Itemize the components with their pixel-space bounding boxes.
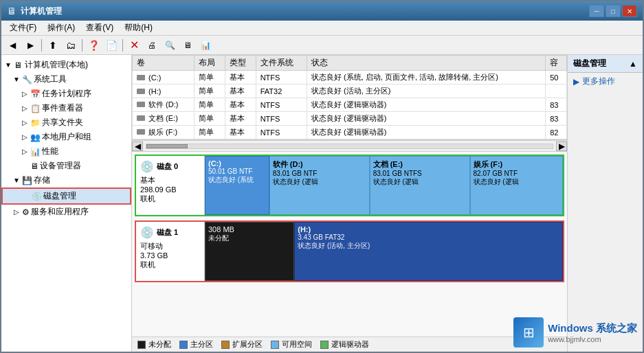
menu-file[interactable]: 文件(F) — [4, 21, 42, 35]
menu-view[interactable]: 查看(V) — [80, 21, 119, 35]
vol-type: 基本 — [225, 71, 256, 84]
vol-layout: 简单 — [194, 126, 225, 139]
vol-status: 状态良好 (活动, 主分区) — [307, 84, 545, 98]
partition-c[interactable]: (C:) 50.01 GB NTF 状态良好 (系统 — [205, 156, 269, 215]
sidebar-shared-folders[interactable]: ▷ 📁 共享文件夹 — [1, 115, 131, 130]
table-row[interactable]: (H:) 简单 基本 FAT32 状态良好 (活动, 主分区) — [133, 84, 567, 98]
legend-extended-label: 扩展分区 — [232, 339, 263, 350]
sidebar-perf-label: 性能 — [42, 146, 58, 157]
vol-fs: FAT32 — [256, 84, 307, 98]
ops-more-actions[interactable]: ▶ 更多操作 — [568, 73, 643, 90]
task-icon: 📅 — [30, 89, 41, 99]
expand-icon: ▷ — [21, 148, 29, 156]
scrollbar-track[interactable] — [146, 144, 553, 149]
partition-f[interactable]: 娱乐 (F:) 82.07 GB NTF 状态良好 (逻辑 — [470, 156, 563, 215]
partition-unallocated[interactable]: 308 MB 未分配 — [205, 222, 294, 281]
sidebar-services[interactable]: ▷ ⚙ 服务和应用程序 — [1, 205, 131, 219]
legend-primary-label: 主分区 — [190, 339, 213, 350]
legend-unallocated-label: 未分配 — [148, 339, 171, 350]
menu-action[interactable]: 操作(A) — [42, 21, 80, 35]
sidebar-event-viewer[interactable]: ▷ 📋 事件查看器 — [1, 101, 131, 115]
disk-mgmt-icon: 💿 — [32, 192, 42, 201]
sidebar-task-scheduler[interactable]: ▷ 📅 任务计划程序 — [1, 87, 131, 101]
expand-icon: ▷ — [21, 104, 29, 113]
sidebar-performance[interactable]: ▷ 📊 性能 — [1, 144, 131, 159]
vol-name: 娱乐 (F:) — [133, 126, 195, 139]
sidebar-disk-management[interactable]: 💿 磁盘管理 — [1, 187, 131, 205]
sidebar-system-tools-label: 系统工具 — [34, 73, 67, 85]
sidebar-system-tools[interactable]: ▼ 🔧 系统工具 — [1, 72, 131, 87]
event-icon: 📋 — [30, 104, 41, 113]
vol-cap — [546, 84, 567, 98]
expand-icon — [21, 162, 29, 170]
legend-free-label: 可用空间 — [282, 339, 312, 350]
print-button[interactable]: 🖨 — [144, 38, 160, 53]
close-button[interactable]: ✕ — [622, 5, 637, 17]
disk0-partitions: (C:) 50.01 GB NTF 状态良好 (系统 软件 (D:) 83.01… — [205, 156, 563, 215]
menu-help[interactable]: 帮助(H) — [119, 21, 158, 35]
maximize-button[interactable]: □ — [606, 5, 621, 17]
forward-button[interactable]: ▶ — [22, 38, 38, 53]
vol-type: 基本 — [225, 84, 256, 98]
ops-expand-icon: ▲ — [629, 59, 637, 69]
watermark-text-block: Windows 系统之家 www.bjjmlv.com — [548, 322, 637, 343]
sidebar-local-users[interactable]: ▷ 👥 本地用户和组 — [1, 130, 131, 144]
folder-button[interactable]: 🗂 — [63, 38, 79, 53]
sidebar-root[interactable]: ▼ 🖥 计算机管理(本地) — [1, 58, 131, 72]
sidebar-device-manager[interactable]: 🖥 设备管理器 — [1, 159, 131, 173]
vol-status: 状态良好 (系统, 启动, 页面文件, 活动, 故障转储, 主分区) — [307, 71, 545, 84]
vol-name: 文档 (E:) — [133, 112, 195, 126]
watermark: ⊞ Windows 系统之家 www.bjjmlv.com — [513, 317, 637, 348]
back-button[interactable]: ◀ — [4, 38, 21, 53]
vol-layout: 简单 — [194, 112, 225, 126]
ops-arrow-icon: ▶ — [573, 77, 579, 87]
disk1-name: 磁盘 1 — [157, 227, 178, 238]
table-row[interactable]: 文档 (E:) 简单 基本 NTFS 状态良好 (逻辑驱动器) 83 — [133, 112, 567, 126]
sidebar-disk-label: 磁盘管理 — [43, 190, 76, 202]
watermark-url: www.bjjmlv.com — [548, 335, 637, 343]
computer-button[interactable]: 🖥 — [179, 38, 196, 53]
search-button[interactable]: 🔍 — [162, 38, 178, 53]
legend-extended: 扩展分区 — [221, 339, 263, 350]
col-status: 状态 — [307, 56, 545, 71]
new-button[interactable]: 📄 — [103, 38, 120, 53]
partition-d[interactable]: 软件 (D:) 83.01 GB NTF 状态良好 (逻辑 — [269, 156, 370, 215]
table-scrollbar[interactable]: ◀ ▶ — [132, 140, 567, 151]
vol-name: (H:) — [133, 84, 195, 98]
system-tools-icon: 🔧 — [22, 75, 32, 84]
up-button[interactable]: ⬆ — [45, 38, 61, 53]
expand-icon: ▼ — [12, 176, 21, 185]
vol-type: 基本 — [225, 126, 256, 139]
ops-title: 磁盘管理 — [573, 58, 606, 69]
toolbar: ◀ ▶ ⬆ 🗂 ❓ 📄 ✕ 🖨 🔍 🖥 📊 — [1, 36, 643, 55]
disk0-type: 基本 — [140, 175, 200, 185]
partition-e[interactable]: 文档 (E:) 83.01 GB NTFS 状态良好 (逻辑 — [370, 156, 470, 215]
sidebar-event-label: 事件查看器 — [42, 102, 83, 114]
sidebar-services-label: 服务和应用程序 — [31, 206, 89, 218]
title-bar: 🖥 计算机管理 ─ □ ✕ — [1, 1, 643, 21]
watermark-logo: ⊞ — [513, 317, 544, 348]
expand-icon: ▼ — [4, 61, 12, 69]
partition-h[interactable]: (H:) 3.43 GB FAT32 状态良好 (活动, 主分区) — [294, 222, 563, 281]
help-button[interactable]: ❓ — [85, 38, 102, 53]
device-icon: 🖥 — [30, 161, 38, 171]
perf-icon: 📊 — [30, 147, 41, 157]
menu-bar: 文件(F) 操作(A) 查看(V) 帮助(H) — [1, 21, 643, 36]
sidebar-storage[interactable]: ▼ 💾 存储 — [1, 173, 131, 187]
legend-logical-box — [320, 341, 329, 349]
volumes-table: 卷 布局 类型 文件系统 状态 容 (C:) 简单 基本 — [132, 55, 567, 139]
ops-header: 磁盘管理 ▲ — [568, 55, 643, 73]
vol-cap: 83 — [546, 112, 567, 126]
vol-fs: NTFS — [256, 112, 307, 126]
table-row[interactable]: 软件 (D:) 简单 基本 NTFS 状态良好 (逻辑驱动器) 83 — [133, 98, 567, 112]
table-row[interactable]: (C:) 简单 基本 NTFS 状态良好 (系统, 启动, 页面文件, 活动, … — [133, 71, 567, 84]
extra-button[interactable]: 📊 — [197, 38, 214, 53]
legend-unallocated: 未分配 — [137, 339, 171, 350]
legend-extended-box — [221, 341, 230, 349]
vol-layout: 简单 — [194, 98, 225, 112]
legend-logical-label: 逻辑驱动器 — [331, 339, 369, 350]
delete-button[interactable]: ✕ — [126, 38, 142, 53]
minimize-button[interactable]: ─ — [589, 5, 604, 17]
table-row[interactable]: 娱乐 (F:) 简单 基本 NTFS 状态良好 (逻辑驱动器) 82 — [133, 126, 567, 139]
shared-icon: 📁 — [30, 118, 41, 128]
